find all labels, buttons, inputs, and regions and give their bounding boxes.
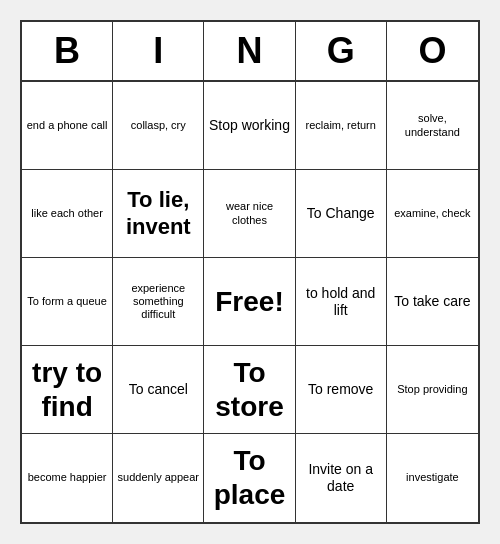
bingo-cell-text: Stop providing	[397, 383, 467, 396]
bingo-header-letter: I	[113, 22, 204, 80]
bingo-cell-15: try to find	[22, 346, 113, 434]
bingo-cell-1: collasp, cry	[113, 82, 204, 170]
bingo-cell-12: Free!	[204, 258, 295, 346]
bingo-header-letter: N	[204, 22, 295, 80]
bingo-cell-text: collasp, cry	[131, 119, 186, 132]
bingo-cell-17: To store	[204, 346, 295, 434]
bingo-cell-7: wear nice clothes	[204, 170, 295, 258]
bingo-cell-6: To lie, invent	[113, 170, 204, 258]
bingo-cell-text: To take care	[394, 293, 470, 310]
bingo-cell-8: To Change	[296, 170, 387, 258]
bingo-cell-text: To cancel	[129, 381, 188, 398]
bingo-cell-23: Invite on a date	[296, 434, 387, 522]
bingo-cell-text: examine, check	[394, 207, 470, 220]
bingo-cell-20: become happier	[22, 434, 113, 522]
bingo-cell-2: Stop working	[204, 82, 295, 170]
bingo-header-letter: G	[296, 22, 387, 80]
bingo-cell-text: solve, understand	[391, 112, 474, 138]
bingo-cell-text: Free!	[215, 285, 283, 319]
bingo-cell-9: examine, check	[387, 170, 478, 258]
bingo-cell-text: To place	[208, 444, 290, 511]
bingo-header: BINGO	[22, 22, 478, 82]
bingo-cell-text: wear nice clothes	[208, 200, 290, 226]
bingo-cell-11: experience something difficult	[113, 258, 204, 346]
bingo-cell-21: suddenly appear	[113, 434, 204, 522]
bingo-cell-text: To store	[208, 356, 290, 423]
bingo-cell-text: become happier	[28, 471, 107, 484]
bingo-cell-13: to hold and lift	[296, 258, 387, 346]
bingo-card: BINGO end a phone callcollasp, cryStop w…	[20, 20, 480, 524]
bingo-cell-text: To form a queue	[27, 295, 107, 308]
bingo-cell-text: To lie, invent	[117, 187, 199, 240]
bingo-cell-text: To remove	[308, 381, 373, 398]
bingo-cell-14: To take care	[387, 258, 478, 346]
bingo-cell-24: investigate	[387, 434, 478, 522]
bingo-grid: end a phone callcollasp, cryStop working…	[22, 82, 478, 522]
bingo-cell-text: like each other	[31, 207, 103, 220]
bingo-cell-text: to hold and lift	[300, 285, 382, 319]
bingo-cell-text: reclaim, return	[306, 119, 376, 132]
bingo-cell-3: reclaim, return	[296, 82, 387, 170]
bingo-cell-22: To place	[204, 434, 295, 522]
bingo-cell-16: To cancel	[113, 346, 204, 434]
bingo-cell-text: Invite on a date	[300, 461, 382, 495]
bingo-cell-text: try to find	[26, 356, 108, 423]
bingo-cell-4: solve, understand	[387, 82, 478, 170]
bingo-header-letter: B	[22, 22, 113, 80]
bingo-cell-5: like each other	[22, 170, 113, 258]
bingo-cell-text: investigate	[406, 471, 459, 484]
bingo-cell-0: end a phone call	[22, 82, 113, 170]
bingo-cell-text: experience something difficult	[117, 282, 199, 322]
bingo-header-letter: O	[387, 22, 478, 80]
bingo-cell-10: To form a queue	[22, 258, 113, 346]
bingo-cell-text: end a phone call	[27, 119, 108, 132]
bingo-cell-text: suddenly appear	[118, 471, 199, 484]
bingo-cell-19: Stop providing	[387, 346, 478, 434]
bingo-cell-18: To remove	[296, 346, 387, 434]
bingo-cell-text: To Change	[307, 205, 375, 222]
bingo-cell-text: Stop working	[209, 117, 290, 134]
